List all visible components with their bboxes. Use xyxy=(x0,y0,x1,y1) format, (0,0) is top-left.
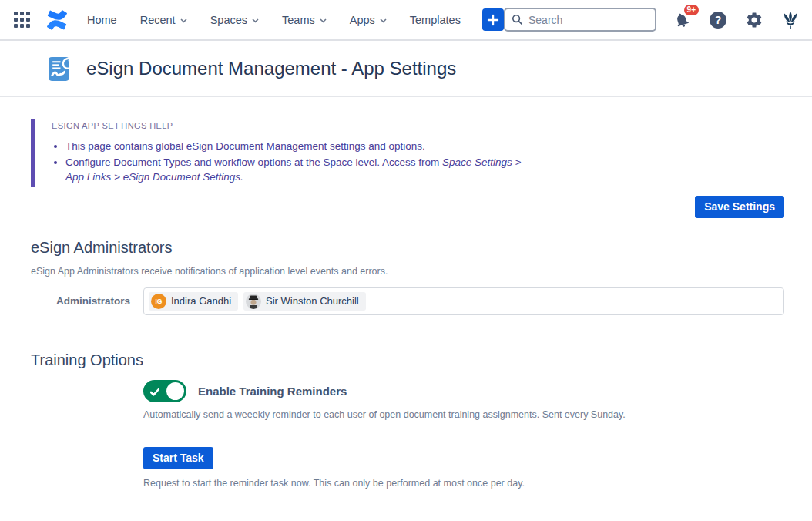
chevron-down-icon xyxy=(380,18,387,23)
user-avatar-initials: IG xyxy=(151,294,166,309)
search-box[interactable] xyxy=(504,8,656,32)
start-task-button[interactable]: Start Task xyxy=(143,447,213,469)
admin-user-chip[interactable]: IG Indira Gandhi xyxy=(149,292,238,311)
help-panel: ESIGN APP SETTINGS HELP This page contai… xyxy=(31,119,784,187)
notifications-bell-button[interactable]: 9+ xyxy=(671,9,693,31)
administrators-section-description: eSign App Administrators receive notific… xyxy=(31,266,784,277)
nav-item-label: Recent xyxy=(140,14,176,26)
nav-item-label: Apps xyxy=(350,14,375,26)
nav-item-label: Templates xyxy=(410,14,461,26)
nav-item-apps[interactable]: Apps xyxy=(350,14,387,26)
page-header: eSign Document Management - App Settings xyxy=(0,41,812,97)
nav-item-home[interactable]: Home xyxy=(87,14,117,26)
primary-nav: Home Recent Spaces Teams Apps Templates xyxy=(87,14,461,26)
nav-item-recent[interactable]: Recent xyxy=(140,14,187,26)
esign-app-icon xyxy=(47,55,75,83)
search-icon xyxy=(512,14,523,25)
nav-item-teams[interactable]: Teams xyxy=(282,14,327,26)
administrators-field-row: Administrators IG Indira Gandhi xyxy=(31,287,784,315)
notification-badge: 9+ xyxy=(684,5,699,15)
chevron-down-icon xyxy=(320,18,327,23)
training-toggle-label: Enable Training Reminders xyxy=(198,385,347,398)
start-task-description: Request to start the reminder task now. … xyxy=(143,478,784,489)
chevron-down-icon xyxy=(252,18,259,23)
confluence-logo-icon[interactable] xyxy=(44,7,70,33)
plus-icon xyxy=(487,14,499,26)
nav-item-templates[interactable]: Templates xyxy=(410,14,461,26)
topnav-right-cluster: 9+ ? xyxy=(504,8,801,32)
admin-user-name: Indira Gandhi xyxy=(171,295,231,307)
training-section-body: Enable Training Reminders Automatically … xyxy=(143,380,784,489)
settings-gear-button[interactable] xyxy=(743,9,765,31)
administrators-user-picker[interactable]: IG Indira Gandhi xyxy=(143,287,784,315)
help-bullet: Configure Document Types and workflow op… xyxy=(65,155,528,185)
nav-item-spaces[interactable]: Spaces xyxy=(210,14,259,26)
tulip-avatar-icon xyxy=(781,10,800,30)
administrators-section-title: eSign Administrators xyxy=(31,239,784,257)
chevron-down-icon xyxy=(180,18,187,23)
svg-text:?: ? xyxy=(715,14,722,26)
page-title: eSign Document Management - App Settings xyxy=(86,58,456,79)
administrators-field-label: Administrators xyxy=(31,295,143,307)
nav-item-label: Home xyxy=(87,14,117,26)
save-settings-row: Save Settings xyxy=(31,196,784,218)
page-footer: eSign Document Management - User Guide &… xyxy=(0,516,812,521)
help-bullet-text: Configure Document Types and workflow op… xyxy=(65,156,442,168)
help-button[interactable]: ? xyxy=(707,9,729,31)
admin-user-name: Sir Winston Churchill xyxy=(266,295,359,307)
help-bullet-text: This page contains global eSign Document… xyxy=(65,140,425,152)
help-bullet: This page contains global eSign Document… xyxy=(65,139,528,154)
create-button[interactable] xyxy=(482,8,504,31)
check-icon xyxy=(150,387,159,398)
profile-avatar-button[interactable] xyxy=(780,9,801,31)
search-input[interactable] xyxy=(528,14,649,26)
training-reminders-toggle[interactable] xyxy=(143,380,186,402)
help-panel-heading: ESIGN APP SETTINGS HELP xyxy=(52,121,784,130)
start-task-row: Start Task xyxy=(143,447,784,469)
top-navigation-bar: Home Recent Spaces Teams Apps Templates … xyxy=(0,0,812,41)
training-toggle-row: Enable Training Reminders xyxy=(143,380,784,402)
help-bullet-list: This page contains global eSign Document… xyxy=(65,139,528,185)
main-content: ESIGN APP SETTINGS HELP This page contai… xyxy=(0,119,812,489)
toggle-knob xyxy=(166,382,184,400)
save-settings-button[interactable]: Save Settings xyxy=(695,196,784,218)
training-toggle-description: Automatically send a weeekly reminder to… xyxy=(143,409,784,420)
training-section-title: Training Options xyxy=(31,351,784,369)
admin-user-chip[interactable]: Sir Winston Churchill xyxy=(243,292,366,311)
user-avatar-photo xyxy=(246,294,261,309)
help-icon: ? xyxy=(709,11,727,29)
gear-icon xyxy=(745,11,763,29)
app-switcher-grid-icon[interactable] xyxy=(8,5,36,34)
nav-item-label: Teams xyxy=(282,14,315,26)
nav-item-label: Spaces xyxy=(210,14,247,26)
